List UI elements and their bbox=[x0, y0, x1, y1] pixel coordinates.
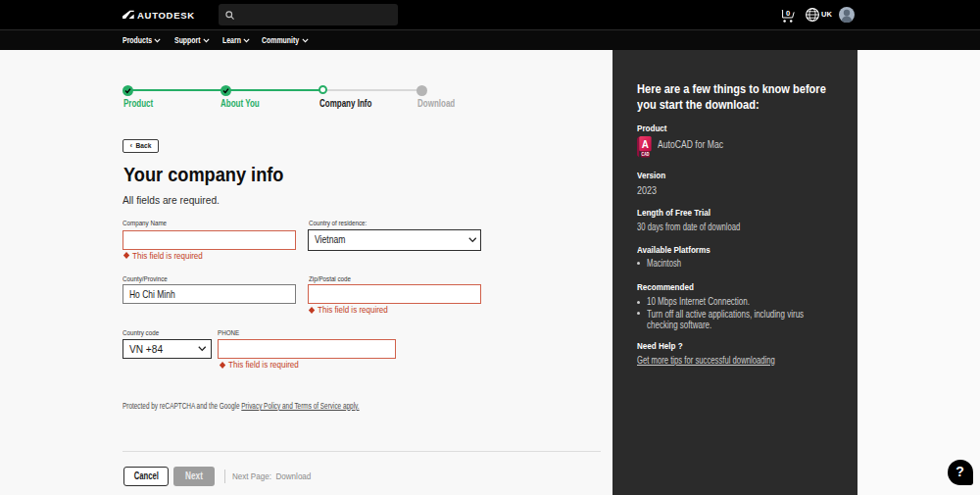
svg-text:CAD: CAD bbox=[642, 152, 650, 158]
svg-text:A: A bbox=[642, 139, 650, 151]
svg-text:0: 0 bbox=[786, 10, 790, 18]
